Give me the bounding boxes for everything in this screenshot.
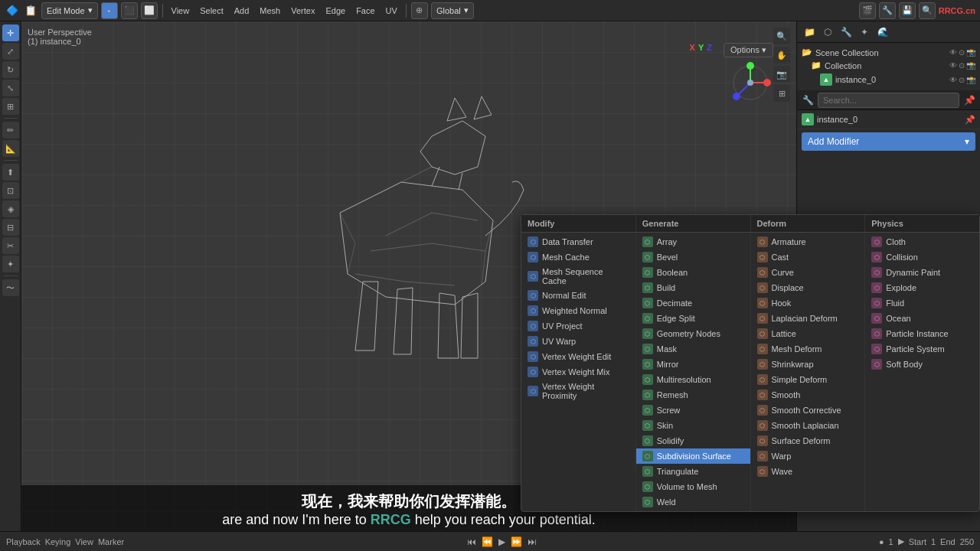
mode-dropdown[interactable]: Edit Mode ▾: [41, 2, 98, 19]
menu-face[interactable]: Face: [352, 6, 378, 15]
annotate-tool[interactable]: ✏: [2, 122, 19, 139]
modifier-item-weighted-normal[interactable]: ⬡Weighted Normal: [521, 303, 635, 318]
modifier-item-surface-deform[interactable]: ⬡Surface Deform: [751, 433, 865, 448]
modifier-item-solidify[interactable]: ⬡Solidify: [636, 433, 750, 448]
physics-icon[interactable]: 🌊: [875, 24, 890, 40]
move-tool[interactable]: ⤢: [2, 43, 19, 60]
transform-tool[interactable]: ⊞: [2, 98, 19, 115]
modifier-item-weld[interactable]: ⬡Weld: [636, 494, 750, 510]
scene-eye-icon[interactable]: 👁: [949, 48, 957, 57]
modifier-item-cloth[interactable]: ⬡Cloth: [865, 234, 979, 249]
search-icon[interactable]: 🔍: [919, 2, 936, 19]
wrench-icon[interactable]: 🔧: [800, 93, 815, 108]
output-icon[interactable]: 💾: [899, 2, 916, 19]
face-select-icon[interactable]: ⬜: [141, 2, 158, 19]
modifier-item-data-transfer[interactable]: ⬡Data Transfer: [521, 234, 635, 249]
render-icon[interactable]: 🎬: [859, 2, 876, 19]
menu-view[interactable]: View: [168, 6, 194, 15]
modifier-item-particle-system[interactable]: ⬡Particle System: [865, 341, 979, 357]
modifier-item-particle-instance[interactable]: ⬡Particle Instance: [865, 326, 979, 341]
modifier-item-uv-warp[interactable]: ⬡UV Warp: [521, 334, 635, 349]
particles-icon[interactable]: ✦: [857, 24, 872, 40]
modifier-item-smooth-corrective[interactable]: ⬡Smooth Corrective: [751, 403, 865, 418]
modifier-item-laplacian-deform[interactable]: ⬡Laplacian Deform: [751, 311, 865, 326]
add-modifier-button[interactable]: Add Modifier ▾: [802, 132, 975, 151]
modifier-item-simple-deform[interactable]: ⬡Simple Deform: [751, 372, 865, 387]
modifier-item-bevel[interactable]: ⬡Bevel: [636, 249, 750, 265]
menu-vertex[interactable]: Vertex: [287, 6, 318, 15]
transform-dropdown[interactable]: Global ▾: [431, 2, 474, 19]
modifier-item-array[interactable]: ⬡Array: [636, 234, 750, 249]
modifier-item-warp[interactable]: ⬡Warp: [751, 448, 865, 464]
pan-tool[interactable]: ✋: [773, 47, 790, 64]
extrude-tool[interactable]: ⬆: [2, 164, 19, 181]
pin-icon[interactable]: 📌: [962, 93, 977, 108]
menu-select[interactable]: Select: [196, 6, 227, 15]
modifier-item-screw[interactable]: ⬡Screw: [636, 403, 750, 418]
modifier-item-armature[interactable]: ⬡Armature: [751, 234, 865, 249]
modifier-item-hook[interactable]: ⬡Hook: [751, 295, 865, 311]
play-btn[interactable]: ▶: [497, 536, 507, 547]
modifier-item-uv-project[interactable]: ⬡UV Project: [521, 318, 635, 334]
cursor-tool[interactable]: ✛: [2, 24, 19, 41]
inst-render-icon[interactable]: 📸: [966, 76, 975, 84]
modifier-item-multiresolution[interactable]: ⬡Multiresolution: [636, 372, 750, 387]
playback-menu[interactable]: Playback: [6, 537, 41, 546]
vertex-select-icon[interactable]: ▪: [101, 2, 118, 19]
modifier-item-displace[interactable]: ⬡Displace: [751, 280, 865, 295]
instance-pin-icon[interactable]: 📌: [965, 115, 975, 125]
modifier-item-mesh-sequence-cache[interactable]: ⬡Mesh Sequence Cache: [521, 265, 635, 288]
modifier-item-lattice[interactable]: ⬡Lattice: [751, 326, 865, 341]
3d-gizmo[interactable]: [727, 60, 773, 106]
skip-end-btn[interactable]: ⏭: [526, 536, 538, 547]
modifier-item-normal-edit[interactable]: ⬡Normal Edit: [521, 288, 635, 303]
end-val[interactable]: 250: [960, 537, 974, 546]
menu-uv[interactable]: UV: [382, 6, 401, 15]
step-back-btn[interactable]: ⏪: [480, 536, 495, 547]
modifier-item-skin[interactable]: ⬡Skin: [636, 418, 750, 433]
inst-restrict-icon[interactable]: ⊙: [959, 76, 965, 84]
modifier-item-smooth[interactable]: ⬡Smooth: [751, 387, 865, 403]
measure-tool[interactable]: 📐: [2, 140, 19, 157]
modifier-item-collision[interactable]: ⬡Collision: [865, 249, 979, 265]
modifier-item-vertex-weight-edit[interactable]: ⬡Vertex Weight Edit: [521, 349, 635, 364]
modifier-item-remesh[interactable]: ⬡Remesh: [636, 387, 750, 403]
skip-start-btn[interactable]: ⏮: [466, 536, 478, 547]
modifier-item-triangulate[interactable]: ⬡Triangulate: [636, 464, 750, 479]
menu-edge[interactable]: Edge: [322, 6, 349, 15]
modifier-item-vertex-weight-proximity[interactable]: ⬡Vertex Weight Proximity: [521, 380, 635, 403]
modifier-item-geometry-nodes[interactable]: ⬡Geometry Nodes: [636, 326, 750, 341]
inset-tool[interactable]: ⊡: [2, 182, 19, 199]
modifier-item-volume-to-mesh[interactable]: ⬡Volume to Mesh: [636, 479, 750, 494]
grid-tool[interactable]: ⊞: [773, 85, 790, 102]
modifier-icon[interactable]: 🔧: [838, 24, 854, 40]
scale-tool[interactable]: ⤡: [2, 80, 19, 96]
modifier-item-dynamic-paint[interactable]: ⬡Dynamic Paint: [865, 265, 979, 280]
modifier-item-shrinkwrap[interactable]: ⬡Shrinkwrap: [751, 357, 865, 372]
modifier-item-fluid[interactable]: ⬡Fluid: [865, 295, 979, 311]
knife-tool[interactable]: ✂: [2, 237, 19, 254]
modifier-item-smooth-laplacian[interactable]: ⬡Smooth Laplacian: [751, 418, 865, 433]
menu-mesh[interactable]: Mesh: [256, 6, 284, 15]
coll-render-icon[interactable]: 📸: [966, 61, 975, 70]
modifier-item-ocean[interactable]: ⬡Ocean: [865, 311, 979, 326]
modifier-item-mesh-deform[interactable]: ⬡Mesh Deform: [751, 341, 865, 357]
modifier-item-subdivision-surface[interactable]: ⬡Subdivision Surface: [636, 448, 750, 464]
start-val[interactable]: 1: [931, 537, 936, 546]
marker-menu[interactable]: Marker: [98, 537, 124, 546]
modifier-item-decimate[interactable]: ⬡Decimate: [636, 295, 750, 311]
props-search-input[interactable]: [818, 93, 959, 108]
menu-add[interactable]: Add: [230, 6, 253, 15]
scene-props-icon[interactable]: 🔧: [879, 2, 896, 19]
modifier-item-explode[interactable]: ⬡Explode: [865, 280, 979, 295]
modifier-item-wave[interactable]: ⬡Wave: [751, 464, 865, 479]
modifier-item-mesh-cache[interactable]: ⬡Mesh Cache: [521, 249, 635, 265]
inst-eye-icon[interactable]: 👁: [949, 76, 957, 84]
edge-select-icon[interactable]: ⬛: [121, 2, 138, 19]
options-button[interactable]: Options ▾: [724, 43, 773, 57]
camera-tool[interactable]: 📷: [773, 66, 790, 83]
keying-menu[interactable]: Keying: [45, 537, 71, 546]
scene-collection-icon[interactable]: 📁: [802, 24, 817, 40]
scene-restrict-icon[interactable]: ⊙: [959, 48, 965, 57]
modifier-item-vertex-weight-mix[interactable]: ⬡Vertex Weight Mix: [521, 364, 635, 380]
